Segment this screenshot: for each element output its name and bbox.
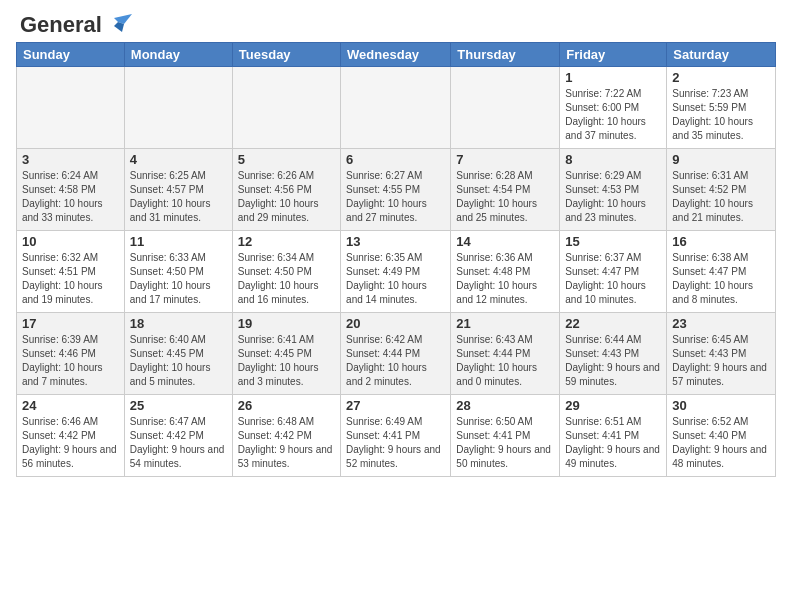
cell-info: Sunrise: 6:31 AM Sunset: 4:52 PM Dayligh… [672, 169, 770, 225]
cell-info: Sunrise: 6:29 AM Sunset: 4:53 PM Dayligh… [565, 169, 661, 225]
cell-info: Sunrise: 6:36 AM Sunset: 4:48 PM Dayligh… [456, 251, 554, 307]
calendar-cell: 24Sunrise: 6:46 AM Sunset: 4:42 PM Dayli… [17, 395, 125, 477]
cell-info: Sunrise: 7:23 AM Sunset: 5:59 PM Dayligh… [672, 87, 770, 143]
calendar-cell: 1Sunrise: 7:22 AM Sunset: 6:00 PM Daylig… [560, 67, 667, 149]
calendar-cell [232, 67, 340, 149]
calendar-cell: 9Sunrise: 6:31 AM Sunset: 4:52 PM Daylig… [667, 149, 776, 231]
date-number: 30 [672, 398, 770, 413]
cell-info: Sunrise: 6:51 AM Sunset: 4:41 PM Dayligh… [565, 415, 661, 471]
calendar-cell: 16Sunrise: 6:38 AM Sunset: 4:47 PM Dayli… [667, 231, 776, 313]
date-number: 28 [456, 398, 554, 413]
date-number: 19 [238, 316, 335, 331]
cell-info: Sunrise: 6:50 AM Sunset: 4:41 PM Dayligh… [456, 415, 554, 471]
date-number: 5 [238, 152, 335, 167]
calendar-cell: 10Sunrise: 6:32 AM Sunset: 4:51 PM Dayli… [17, 231, 125, 313]
cell-info: Sunrise: 6:26 AM Sunset: 4:56 PM Dayligh… [238, 169, 335, 225]
cell-info: Sunrise: 6:43 AM Sunset: 4:44 PM Dayligh… [456, 333, 554, 389]
date-number: 13 [346, 234, 445, 249]
calendar-wrapper: SundayMondayTuesdayWednesdayThursdayFrid… [0, 42, 792, 485]
cell-info: Sunrise: 6:46 AM Sunset: 4:42 PM Dayligh… [22, 415, 119, 471]
svg-marker-1 [114, 22, 124, 32]
calendar-cell: 12Sunrise: 6:34 AM Sunset: 4:50 PM Dayli… [232, 231, 340, 313]
date-number: 21 [456, 316, 554, 331]
date-number: 26 [238, 398, 335, 413]
weekday-header-thursday: Thursday [451, 43, 560, 67]
calendar-cell: 8Sunrise: 6:29 AM Sunset: 4:53 PM Daylig… [560, 149, 667, 231]
logo-bird-icon [104, 14, 132, 36]
date-number: 16 [672, 234, 770, 249]
date-number: 18 [130, 316, 227, 331]
date-number: 10 [22, 234, 119, 249]
calendar-cell [124, 67, 232, 149]
cell-info: Sunrise: 6:44 AM Sunset: 4:43 PM Dayligh… [565, 333, 661, 389]
cell-info: Sunrise: 6:27 AM Sunset: 4:55 PM Dayligh… [346, 169, 445, 225]
calendar-cell: 20Sunrise: 6:42 AM Sunset: 4:44 PM Dayli… [341, 313, 451, 395]
cell-info: Sunrise: 6:39 AM Sunset: 4:46 PM Dayligh… [22, 333, 119, 389]
cell-info: Sunrise: 6:37 AM Sunset: 4:47 PM Dayligh… [565, 251, 661, 307]
cell-info: Sunrise: 6:34 AM Sunset: 4:50 PM Dayligh… [238, 251, 335, 307]
date-number: 25 [130, 398, 227, 413]
calendar-cell: 22Sunrise: 6:44 AM Sunset: 4:43 PM Dayli… [560, 313, 667, 395]
logo: General [20, 12, 132, 34]
weekday-header-friday: Friday [560, 43, 667, 67]
calendar-cell: 7Sunrise: 6:28 AM Sunset: 4:54 PM Daylig… [451, 149, 560, 231]
calendar-cell: 27Sunrise: 6:49 AM Sunset: 4:41 PM Dayli… [341, 395, 451, 477]
calendar-cell: 17Sunrise: 6:39 AM Sunset: 4:46 PM Dayli… [17, 313, 125, 395]
cell-info: Sunrise: 6:40 AM Sunset: 4:45 PM Dayligh… [130, 333, 227, 389]
cell-info: Sunrise: 6:32 AM Sunset: 4:51 PM Dayligh… [22, 251, 119, 307]
calendar-cell: 19Sunrise: 6:41 AM Sunset: 4:45 PM Dayli… [232, 313, 340, 395]
cell-info: Sunrise: 6:45 AM Sunset: 4:43 PM Dayligh… [672, 333, 770, 389]
weekday-header-monday: Monday [124, 43, 232, 67]
weekday-header-saturday: Saturday [667, 43, 776, 67]
calendar-cell: 2Sunrise: 7:23 AM Sunset: 5:59 PM Daylig… [667, 67, 776, 149]
date-number: 22 [565, 316, 661, 331]
cell-info: Sunrise: 6:38 AM Sunset: 4:47 PM Dayligh… [672, 251, 770, 307]
date-number: 12 [238, 234, 335, 249]
date-number: 11 [130, 234, 227, 249]
date-number: 27 [346, 398, 445, 413]
svg-marker-0 [114, 14, 132, 24]
date-number: 17 [22, 316, 119, 331]
calendar-cell: 4Sunrise: 6:25 AM Sunset: 4:57 PM Daylig… [124, 149, 232, 231]
date-number: 8 [565, 152, 661, 167]
date-number: 24 [22, 398, 119, 413]
cell-info: Sunrise: 6:52 AM Sunset: 4:40 PM Dayligh… [672, 415, 770, 471]
calendar-table: SundayMondayTuesdayWednesdayThursdayFrid… [16, 42, 776, 477]
date-number: 7 [456, 152, 554, 167]
calendar-cell [451, 67, 560, 149]
cell-info: Sunrise: 6:41 AM Sunset: 4:45 PM Dayligh… [238, 333, 335, 389]
calendar-cell: 11Sunrise: 6:33 AM Sunset: 4:50 PM Dayli… [124, 231, 232, 313]
calendar-week-row: 24Sunrise: 6:46 AM Sunset: 4:42 PM Dayli… [17, 395, 776, 477]
date-number: 14 [456, 234, 554, 249]
cell-info: Sunrise: 6:24 AM Sunset: 4:58 PM Dayligh… [22, 169, 119, 225]
calendar-cell: 23Sunrise: 6:45 AM Sunset: 4:43 PM Dayli… [667, 313, 776, 395]
cell-info: Sunrise: 6:42 AM Sunset: 4:44 PM Dayligh… [346, 333, 445, 389]
calendar-cell: 5Sunrise: 6:26 AM Sunset: 4:56 PM Daylig… [232, 149, 340, 231]
date-number: 29 [565, 398, 661, 413]
cell-info: Sunrise: 6:28 AM Sunset: 4:54 PM Dayligh… [456, 169, 554, 225]
calendar-cell: 15Sunrise: 6:37 AM Sunset: 4:47 PM Dayli… [560, 231, 667, 313]
calendar-week-row: 3Sunrise: 6:24 AM Sunset: 4:58 PM Daylig… [17, 149, 776, 231]
calendar-cell: 21Sunrise: 6:43 AM Sunset: 4:44 PM Dayli… [451, 313, 560, 395]
calendar-cell: 18Sunrise: 6:40 AM Sunset: 4:45 PM Dayli… [124, 313, 232, 395]
weekday-header-sunday: Sunday [17, 43, 125, 67]
cell-info: Sunrise: 7:22 AM Sunset: 6:00 PM Dayligh… [565, 87, 661, 143]
date-number: 1 [565, 70, 661, 85]
weekday-header-row: SundayMondayTuesdayWednesdayThursdayFrid… [17, 43, 776, 67]
date-number: 9 [672, 152, 770, 167]
date-number: 23 [672, 316, 770, 331]
date-number: 2 [672, 70, 770, 85]
cell-info: Sunrise: 6:35 AM Sunset: 4:49 PM Dayligh… [346, 251, 445, 307]
page-header: General [0, 0, 792, 42]
calendar-cell: 29Sunrise: 6:51 AM Sunset: 4:41 PM Dayli… [560, 395, 667, 477]
cell-info: Sunrise: 6:47 AM Sunset: 4:42 PM Dayligh… [130, 415, 227, 471]
cell-info: Sunrise: 6:33 AM Sunset: 4:50 PM Dayligh… [130, 251, 227, 307]
date-number: 6 [346, 152, 445, 167]
calendar-cell [17, 67, 125, 149]
calendar-cell: 26Sunrise: 6:48 AM Sunset: 4:42 PM Dayli… [232, 395, 340, 477]
calendar-week-row: 1Sunrise: 7:22 AM Sunset: 6:00 PM Daylig… [17, 67, 776, 149]
calendar-cell [341, 67, 451, 149]
calendar-cell: 30Sunrise: 6:52 AM Sunset: 4:40 PM Dayli… [667, 395, 776, 477]
cell-info: Sunrise: 6:25 AM Sunset: 4:57 PM Dayligh… [130, 169, 227, 225]
logo-text-general: General [20, 12, 102, 38]
